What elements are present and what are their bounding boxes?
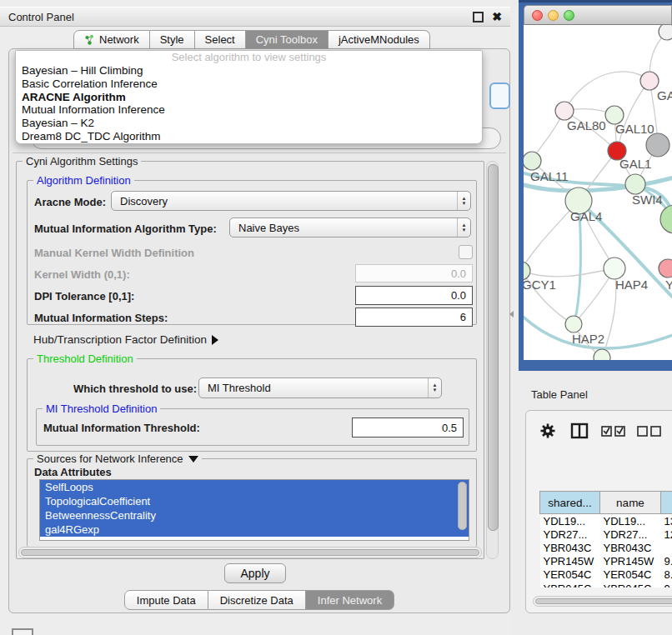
mi-threshold-value: 0.5 [442, 422, 457, 434]
table-cell[interactable]: YDL19... [600, 514, 661, 528]
network-edge[interactable] [564, 72, 649, 111]
network-node[interactable] [646, 133, 669, 157]
gear-icon[interactable] [539, 422, 556, 439]
data-attributes-list[interactable]: SelfLoopsTopologicalCoefficientBetweenne… [39, 479, 469, 541]
tab-select[interactable]: Select [195, 30, 246, 49]
table-panel: shared...nameA YDL19...YDL19...13YDR27..… [525, 410, 672, 613]
tab-cyni-toolbox[interactable]: Cyni Toolbox [246, 30, 328, 49]
table-cell[interactable]: YER054C [540, 568, 600, 582]
algorithm-option[interactable]: ARACNE Algorithm [16, 91, 482, 104]
settings-hscrollbar-thumb[interactable] [21, 549, 479, 556]
table-row[interactable]: YBR043CYBR043C [540, 541, 672, 554]
table-column-header[interactable]: shared... [540, 492, 600, 514]
aracne-mode-combo[interactable]: Discovery ▲▼ [111, 191, 471, 211]
network-node[interactable] [565, 316, 582, 332]
data-attribute-item[interactable]: SelfLoops [40, 480, 469, 494]
table-row[interactable]: YBR045CYBR045C9. [540, 582, 672, 588]
attributes-scrollbar[interactable] [458, 482, 467, 530]
algorithm-option[interactable]: Bayesian – Hill Climbing [16, 64, 482, 78]
node-table[interactable]: shared...nameA YDL19...YDL19...13YDR27..… [533, 451, 672, 588]
threshold-definition-title: Threshold Definition [33, 352, 137, 365]
table-cell[interactable]: 12 [661, 528, 672, 541]
algorithm-option[interactable]: Dream8 DC_TDC Algorithm [16, 130, 482, 143]
split-columns-icon[interactable] [570, 422, 589, 439]
algorithm-option[interactable]: Basic Correlation Inference [16, 78, 482, 91]
close-panel-icon[interactable]: ✖ [492, 13, 502, 21]
network-node[interactable] [659, 25, 672, 40]
table-row[interactable]: YDL19...YDL19...13 [540, 514, 672, 528]
table-cell[interactable]: 8. [661, 568, 672, 582]
mi-type-combo[interactable]: Naive Bayes ▲▼ [229, 218, 471, 238]
settings-vscrollbar[interactable] [486, 161, 499, 559]
data-attribute-item[interactable]: gal4RGexp [40, 522, 469, 537]
sources-title[interactable]: Sources for Network Inference [33, 452, 202, 465]
kernel-width-input[interactable]: 0.0 [355, 264, 473, 282]
tab-infer-network[interactable]: Infer Network [306, 590, 394, 610]
mi-steps-input[interactable]: 6 [355, 308, 473, 327]
focused-button-fragment[interactable] [489, 82, 510, 109]
table-panel-title: Table Panel [524, 382, 672, 407]
table-row[interactable]: YDR27...YDR27...12 [540, 528, 672, 541]
table-row[interactable]: YPR145WYPR145W9. [540, 555, 672, 568]
window-close-icon[interactable] [532, 10, 543, 21]
table-cell[interactable]: YDR27... [540, 528, 600, 541]
table-cell[interactable]: YBR043C [540, 541, 600, 554]
tab-style[interactable]: Style [150, 30, 195, 49]
mi-threshold-input[interactable]: 0.5 [352, 418, 464, 438]
table-hscrollbar-thumb[interactable] [535, 598, 672, 604]
table-cell[interactable]: YPR145W [600, 555, 661, 568]
mi-steps-value: 6 [460, 311, 466, 323]
table-cell[interactable]: YDL19... [540, 514, 600, 528]
which-threshold-combo[interactable]: MI Threshold ▲▼ [198, 378, 442, 398]
apply-button[interactable]: Apply [224, 563, 286, 583]
table-cell[interactable]: YBR045C [540, 582, 600, 588]
network-canvas[interactable]: GALGAL80GAL10GAL1GAL11SWI4GAL4GCY1HAP4YH… [524, 25, 672, 360]
settings-hscrollbar[interactable] [18, 547, 482, 558]
table-cell[interactable]: YPR145W [540, 555, 600, 568]
tab-jactivemnodules[interactable]: jActiveMNodules [328, 30, 430, 49]
unselect-all-checkboxes-icon[interactable] [637, 425, 662, 437]
tab-discretize-data[interactable]: Discretize Data [208, 590, 306, 610]
table-toolbar [526, 416, 672, 446]
algorithm-option[interactable]: Mutual Information Inference [16, 103, 482, 117]
splitter-handle[interactable] [509, 311, 514, 318]
network-node[interactable] [555, 102, 574, 120]
hub-definition-toggle[interactable]: Hub/Transcription Factor Definition [33, 333, 218, 346]
manual-kernel-checkbox[interactable] [459, 245, 473, 259]
table-hscrollbar[interactable] [533, 596, 672, 607]
network-node[interactable] [594, 349, 610, 360]
network-node[interactable] [524, 152, 541, 170]
table-cell[interactable]: YBR045C [600, 582, 661, 588]
algorithm-option[interactable]: Bayesian – K2 [16, 117, 482, 130]
data-attribute-item[interactable]: TopologicalCoefficient [40, 494, 469, 508]
network-window-titlebar[interactable] [524, 5, 672, 25]
table-row[interactable]: YER054CYER054C8. [540, 568, 672, 582]
table-cell[interactable]: 9. [661, 555, 672, 568]
algorithm-dropdown-list[interactable]: Select algorithm to view settings Bayesi… [15, 50, 483, 144]
table-cell[interactable] [661, 541, 672, 554]
minimized-panel-icon[interactable] [12, 628, 33, 635]
network-node[interactable] [659, 259, 672, 278]
tab-impute-data[interactable]: Impute Data [124, 590, 208, 610]
table-cell[interactable]: YER054C [600, 568, 661, 582]
table-column-header[interactable]: A [661, 492, 672, 514]
data-attribute-item[interactable]: BetweennessCentrality [40, 508, 469, 522]
window-zoom-icon[interactable] [564, 10, 574, 21]
table-cell[interactable]: 9. [661, 582, 672, 588]
float-panel-icon[interactable] [473, 12, 484, 22]
table-column-header[interactable]: name [600, 492, 661, 514]
select-all-checkboxes-icon[interactable] [601, 425, 626, 437]
network-edge[interactable] [524, 268, 614, 277]
window-minimize-icon[interactable] [548, 10, 559, 21]
network-node[interactable] [625, 174, 645, 194]
tab-network[interactable]: Network [73, 30, 150, 49]
network-node[interactable] [660, 205, 672, 233]
table-cell[interactable]: YDR27... [600, 528, 661, 541]
dpi-tolerance-input[interactable]: 0.0 [355, 286, 473, 305]
table-cell[interactable]: YBR043C [600, 541, 661, 554]
table-cell[interactable]: 13 [661, 514, 672, 528]
sources-title-label: Sources for Network Inference [37, 452, 183, 465]
network-node[interactable] [604, 258, 625, 279]
settings-vscrollbar-thumb[interactable] [488, 164, 499, 531]
network-node[interactable] [640, 72, 659, 90]
